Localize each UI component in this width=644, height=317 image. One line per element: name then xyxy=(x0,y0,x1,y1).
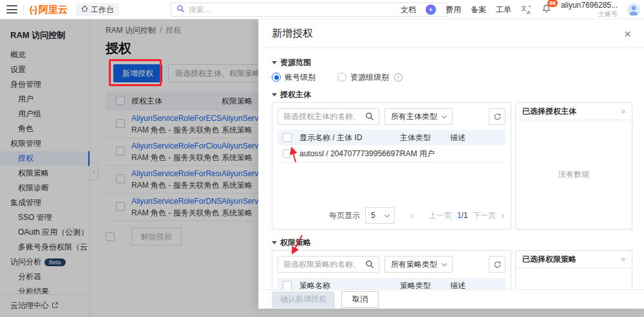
chevron-down-icon xyxy=(442,260,447,266)
aliyun-logo-mark: (-) xyxy=(30,5,37,15)
icp-link[interactable]: 备案 xyxy=(471,5,486,15)
ai-assistant-icon[interactable] xyxy=(426,5,436,15)
workbench-button[interactable]: 工作台 xyxy=(76,3,119,16)
ticket-link[interactable]: 工单 xyxy=(496,5,511,15)
search-icon xyxy=(176,5,185,15)
section-resource-scope[interactable]: 资源范围 xyxy=(272,56,632,69)
svg-text:A: A xyxy=(527,10,531,15)
principal-picker-panel: 所有主体类型 显示名称 / 主体 ID 主体类型 描述 auto xyxy=(272,102,511,230)
expand-icon[interactable]: » xyxy=(621,107,625,116)
radio-resource-group-level[interactable] xyxy=(337,73,346,82)
account-type-label: 主账号 xyxy=(598,10,618,18)
radio-account-level[interactable] xyxy=(272,73,281,82)
notification-count-badge: 66 xyxy=(547,0,558,7)
home-icon xyxy=(81,5,88,14)
aliyun-logo-text: 阿里云 xyxy=(39,4,68,16)
section-policy[interactable]: 权限策略 xyxy=(272,236,632,249)
chevron-down-icon xyxy=(384,212,390,217)
empty-state-text: 没有数据 xyxy=(516,120,632,229)
workbench-label: 工作台 xyxy=(91,5,114,15)
billing-link[interactable]: 费用 xyxy=(446,5,461,15)
language-switch-icon[interactable]: 文A xyxy=(521,5,532,15)
account-username: aliyun7696285... xyxy=(561,1,618,10)
next-page-arrow[interactable]: › xyxy=(501,210,504,221)
row-checkbox[interactable] xyxy=(283,149,292,158)
info-icon[interactable]: i xyxy=(394,73,402,82)
policy-type-select[interactable]: 所有策略类型 xyxy=(384,256,453,273)
refresh-button[interactable] xyxy=(489,108,506,125)
policy-filter-input[interactable] xyxy=(278,260,361,269)
policy-search-group xyxy=(278,256,379,273)
chevron-down-icon xyxy=(272,241,277,244)
drawer-footer: 确认新增授权 取消 xyxy=(259,289,644,309)
principal-filter-input[interactable] xyxy=(278,112,361,121)
prev-page-arrow[interactable]: ‹ xyxy=(410,210,413,221)
svg-text:文: 文 xyxy=(521,5,527,12)
account-menu[interactable]: aliyun7696285... 主账号 xyxy=(561,1,618,17)
principal-row-autossl[interactable]: autossl / 204707773995669789 RAM 用户 xyxy=(278,145,506,163)
principal-type-select[interactable]: 所有主体类型 xyxy=(384,108,453,125)
chevron-down-icon xyxy=(272,61,277,64)
prev-page-button[interactable]: 上一页 xyxy=(429,210,452,221)
docs-link[interactable]: 文档 xyxy=(401,5,416,15)
drawer-title: 新增授权 xyxy=(272,27,313,41)
selected-principals-panel: 已选择授权主体 » 没有数据 xyxy=(515,102,632,230)
hamburger-menu-icon[interactable] xyxy=(6,5,17,14)
page-size-select[interactable]: 5 xyxy=(365,207,395,224)
notifications-bell[interactable]: 66 xyxy=(542,4,551,16)
new-grant-drawer: 新增授权 × 资源范围 账号级别 资源组级别 i 授权主体 xyxy=(258,19,644,309)
aliyun-logo[interactable]: (-) 阿里云 xyxy=(30,0,68,19)
close-icon[interactable]: × xyxy=(624,28,631,40)
select-all-checkbox[interactable] xyxy=(283,281,292,290)
pagination: 每页显示 5 ‹ 上一页 1/1 下一页 › xyxy=(279,207,504,224)
search-icon[interactable] xyxy=(361,257,379,272)
section-principal[interactable]: 授权主体 xyxy=(272,88,632,101)
principal-table-header: 显示名称 / 主体 ID 主体类型 描述 xyxy=(278,130,506,145)
topbar-divider xyxy=(23,5,24,15)
principal-search-group xyxy=(278,108,379,125)
expand-icon[interactable]: » xyxy=(621,255,625,264)
topbar: (-) 阿里云 工作台 文档 费用 备案 工单 文A 66 aliyun7696… xyxy=(0,0,644,19)
cancel-button[interactable]: 取消 xyxy=(341,291,379,308)
select-all-checkbox[interactable] xyxy=(283,133,292,142)
next-page-button[interactable]: 下一页 xyxy=(473,210,496,221)
avatar[interactable] xyxy=(627,3,640,16)
chevron-down-icon xyxy=(272,93,277,96)
search-icon[interactable] xyxy=(361,109,379,124)
refresh-button[interactable] xyxy=(489,256,506,273)
chevron-down-icon xyxy=(442,113,447,118)
confirm-grant-button[interactable]: 确认新增授权 xyxy=(272,291,335,308)
